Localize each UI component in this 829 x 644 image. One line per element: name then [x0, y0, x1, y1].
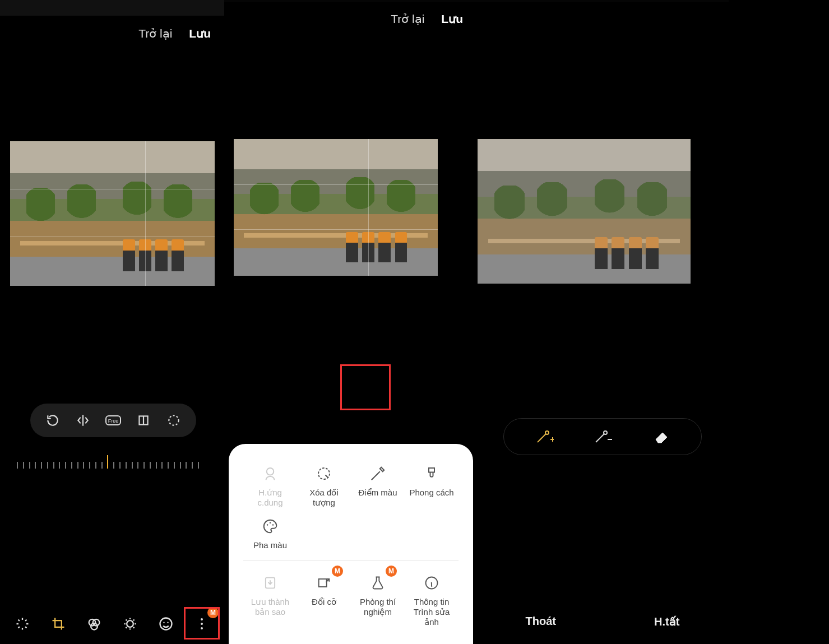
option-save-copy: Lưu thành bản sao: [243, 569, 297, 632]
option-about[interactable]: Thông tin Trình sửa ảnh: [405, 569, 459, 632]
flask-icon: [368, 573, 387, 592]
save-button[interactable]: Lưu: [441, 12, 463, 26]
rotation-ruler[interactable]: [17, 455, 199, 469]
option-label: Thông tin Trình sửa ảnh: [407, 597, 456, 627]
more-options-panel: H.ứng c.dung Xóa đối tượng Điểm màu Phon…: [229, 444, 473, 644]
lasso-icon[interactable]: [165, 411, 183, 429]
eyedropper-icon: [368, 464, 387, 483]
option-lab[interactable]: M Phòng thí nghiệm: [351, 569, 405, 632]
image-preview[interactable]: [10, 141, 215, 286]
tutorial-highlight: [340, 364, 391, 410]
screen-spot-color: Thoát H.tất: [476, 0, 729, 644]
option-label: Đổi cỡ: [312, 597, 336, 607]
option-object-eraser[interactable]: Xóa đối tượng: [297, 460, 351, 512]
option-portrait-effect: H.ứng c.dung: [243, 460, 297, 512]
screen-editor-more-menu: Trở lại Lưu H.ứng c.dung Xóa đối tượng: [224, 0, 476, 644]
filter-icon[interactable]: [83, 613, 105, 635]
tutorial-highlight: [184, 607, 220, 640]
resize-icon: [314, 573, 334, 592]
status-bar: [476, 0, 729, 2]
save-copy-icon: [261, 573, 280, 592]
wand-remove-icon[interactable]: [590, 427, 615, 447]
option-label: Phòng thí nghiệm: [353, 597, 402, 617]
option-label: Điểm màu: [358, 488, 397, 498]
screen-editor-crop: Trở lại Lưu Free: [0, 0, 224, 644]
svg-point-10: [167, 622, 168, 623]
rotate-icon[interactable]: [44, 411, 62, 429]
m-badge: M: [386, 566, 397, 577]
adjust-icon[interactable]: [119, 613, 141, 635]
top-bar: Trở lại Lưu: [224, 12, 476, 26]
image-preview[interactable]: [234, 139, 438, 276]
exit-button[interactable]: Thoát: [526, 615, 556, 628]
save-button[interactable]: Lưu: [189, 27, 211, 40]
eraser-icon[interactable]: [649, 427, 673, 447]
back-button[interactable]: Trở lại: [391, 12, 424, 26]
option-resize[interactable]: M Đổi cỡ: [297, 569, 351, 632]
crop-toolbar: Free: [30, 404, 196, 437]
wand-add-icon[interactable]: [532, 427, 557, 447]
svg-text:Free: Free: [108, 418, 119, 424]
top-bar: Trở lại Lưu: [0, 27, 224, 40]
option-label: Xóa đối tượng: [299, 488, 349, 508]
svg-rect-20: [319, 579, 327, 587]
spot-color-footer: Thoát H.tất: [476, 615, 729, 628]
status-bar: [224, 0, 476, 2]
svg-point-14: [267, 468, 274, 475]
svg-point-23: [604, 431, 607, 434]
svg-point-16: [267, 524, 268, 526]
option-spot-color[interactable]: Điểm màu: [351, 460, 405, 512]
svg-point-22: [545, 431, 549, 434]
crop-icon[interactable]: [47, 613, 70, 635]
svg-point-17: [270, 522, 271, 524]
svg-point-3: [169, 415, 178, 425]
m-badge: M: [332, 566, 343, 577]
face-icon: [261, 464, 280, 483]
palette-icon: [261, 517, 280, 536]
perspective-icon[interactable]: [135, 411, 152, 429]
option-style[interactable]: Phong cách: [405, 460, 459, 512]
option-color-mix[interactable]: Pha màu: [243, 512, 297, 555]
eraser-lasso-icon: [314, 464, 334, 483]
free-ratio-icon[interactable]: Free: [104, 411, 122, 429]
svg-point-18: [272, 524, 274, 526]
back-button[interactable]: Trở lại: [138, 27, 172, 40]
info-icon: [422, 573, 441, 592]
svg-point-9: [163, 622, 164, 623]
flip-icon[interactable]: [74, 411, 92, 429]
spot-color-toolbar: [503, 418, 702, 455]
panel-divider: [243, 560, 459, 561]
option-label: Phong cách: [409, 488, 453, 498]
svg-point-6: [91, 623, 98, 630]
svg-point-7: [127, 620, 133, 627]
image-preview[interactable]: [478, 139, 691, 284]
option-label: H.ứng c.dung: [246, 488, 295, 508]
done-button[interactable]: H.tất: [654, 615, 679, 628]
option-label: Pha màu: [253, 540, 287, 550]
sticker-icon[interactable]: [155, 613, 177, 635]
svg-point-8: [160, 618, 172, 630]
brush-icon: [422, 464, 441, 483]
auto-enhance-icon[interactable]: [11, 613, 34, 635]
option-label: Lưu thành bản sao: [246, 597, 295, 617]
status-bar: [0, 0, 224, 16]
